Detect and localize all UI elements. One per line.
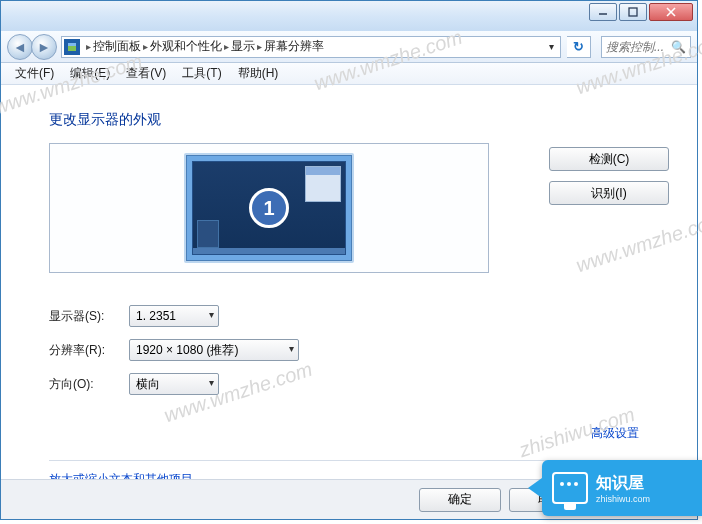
navbar: ◄ ► ▸ 控制面板 ▸ 外观和个性化 ▸ 显示 ▸ 屏幕分辨率 ▾ ↻ 🔍 [1, 31, 697, 63]
breadcrumb-l3[interactable]: 屏幕分辨率 [264, 38, 324, 55]
svg-rect-1 [629, 8, 637, 16]
advanced-settings-link[interactable]: 高级设置 [591, 426, 639, 440]
monitor-number-badge: 1 [249, 188, 289, 228]
menu-help[interactable]: 帮助(H) [230, 63, 287, 84]
search-box[interactable]: 🔍 [601, 36, 691, 58]
ok-button[interactable]: 确定 [419, 488, 501, 512]
minimize-button[interactable] [589, 3, 617, 21]
display-preview: 1 [49, 143, 489, 273]
page-heading: 更改显示器的外观 [49, 111, 669, 129]
address-dropdown-icon[interactable]: ▾ [545, 41, 558, 52]
search-input[interactable] [606, 40, 666, 54]
monitor-thumbnail[interactable]: 1 [184, 153, 354, 263]
breadcrumb-l1[interactable]: 外观和个性化 [150, 38, 222, 55]
address-bar[interactable]: ▸ 控制面板 ▸ 外观和个性化 ▸ 显示 ▸ 屏幕分辨率 ▾ [61, 36, 561, 58]
detect-button[interactable]: 检测(C) [549, 147, 669, 171]
menu-file[interactable]: 文件(F) [7, 63, 62, 84]
menu-bar: 文件(F) 编辑(E) 查看(V) 工具(T) 帮助(H) [1, 63, 697, 85]
svg-rect-6 [68, 43, 76, 46]
maximize-button[interactable] [619, 3, 647, 21]
close-button[interactable] [649, 3, 693, 21]
forward-button[interactable]: ► [31, 34, 57, 60]
breadcrumb-root[interactable]: 控制面板 [93, 38, 141, 55]
resolution-label: 分辨率(R): [49, 342, 129, 359]
orientation-combo[interactable]: 横向 [129, 373, 219, 395]
svg-rect-5 [68, 46, 76, 51]
refresh-button[interactable]: ↻ [567, 36, 591, 58]
display-combo[interactable]: 1. 2351 [129, 305, 219, 327]
site-badge[interactable]: 知识屋 zhishiwu.com [542, 460, 702, 516]
menu-view[interactable]: 查看(V) [118, 63, 174, 84]
menu-edit[interactable]: 编辑(E) [62, 63, 118, 84]
breadcrumb-l2[interactable]: 显示 [231, 38, 255, 55]
badge-subtitle: zhishiwu.com [596, 494, 650, 504]
monitor-icon [552, 472, 588, 504]
identify-button[interactable]: 识别(I) [549, 181, 669, 205]
display-label: 显示器(S): [49, 308, 129, 325]
menu-tools[interactable]: 工具(T) [174, 63, 229, 84]
search-icon: 🔍 [671, 40, 686, 54]
titlebar [1, 1, 697, 31]
resolution-combo[interactable]: 1920 × 1080 (推荐) [129, 339, 299, 361]
control-panel-icon [64, 39, 80, 55]
back-button[interactable]: ◄ [7, 34, 33, 60]
badge-title: 知识屋 [596, 473, 650, 494]
orientation-label: 方向(O): [49, 376, 129, 393]
